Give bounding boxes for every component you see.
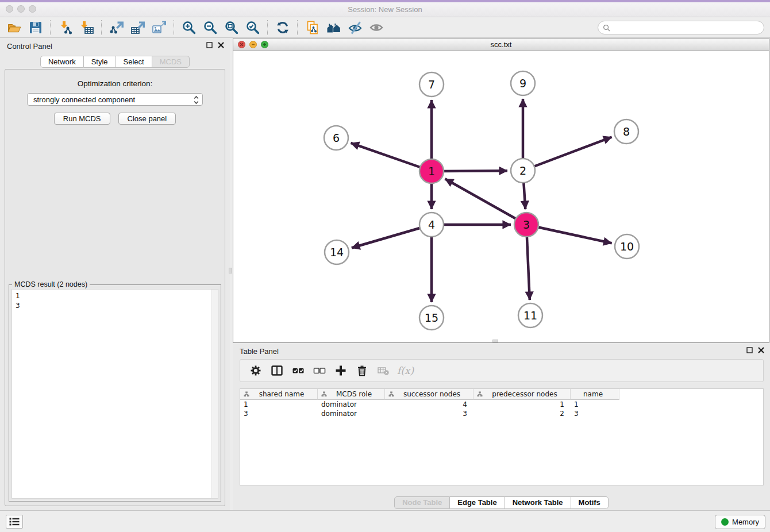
export-network-button[interactable] xyxy=(106,18,127,37)
memory-button[interactable]: Memory xyxy=(715,515,765,529)
graph-node-1[interactable]: 1 xyxy=(419,159,444,183)
graph-node-9[interactable]: 9 xyxy=(511,71,535,95)
column-header-successor-nodes[interactable]: successor nodes xyxy=(385,389,473,400)
graph-node-11[interactable]: 11 xyxy=(518,303,542,327)
window-title: Session: New Session xyxy=(0,2,770,17)
graph-node-6[interactable]: 6 xyxy=(324,126,348,150)
tab-select[interactable]: Select xyxy=(116,56,152,68)
home-networks-button[interactable] xyxy=(323,18,344,37)
unchecked-boxes-icon xyxy=(313,364,326,377)
graph-node-15[interactable]: 15 xyxy=(419,306,444,330)
svg-text:2: 2 xyxy=(519,164,526,177)
result-scrollbar[interactable] xyxy=(211,290,218,498)
run-mcds-button[interactable]: Run MCDS xyxy=(54,113,110,125)
zoom-out-icon xyxy=(203,20,218,35)
table-row[interactable]: 3dominator323 xyxy=(240,409,763,418)
float-panel-icon[interactable] xyxy=(206,42,213,48)
column-header-MCDS-role[interactable]: MCDS role xyxy=(318,389,385,400)
export-table-icon xyxy=(130,20,145,35)
toolbar-separator xyxy=(50,20,51,35)
tab-network-table[interactable]: Network Table xyxy=(505,496,571,509)
save-session-button[interactable] xyxy=(25,18,46,37)
export-image-button[interactable] xyxy=(148,18,170,37)
table-header-row: shared nameMCDS rolesuccessor nodesprede… xyxy=(240,389,763,400)
table-toolbar: f(x) xyxy=(240,359,764,382)
create-column-button[interactable] xyxy=(331,362,350,379)
unselect-all-columns-button[interactable] xyxy=(310,362,329,379)
open-session-button[interactable] xyxy=(3,18,25,37)
toolbar-separator xyxy=(101,20,102,35)
zoom-fit-button[interactable] xyxy=(221,18,242,37)
table-cell: dominator xyxy=(318,409,385,418)
graph-edge-3-1[interactable] xyxy=(445,179,527,225)
optimization-criterion-select[interactable]: strongly connected component xyxy=(27,93,203,106)
column-header-shared-name[interactable]: shared name xyxy=(240,389,318,400)
graph-edge-3-10[interactable] xyxy=(526,225,612,243)
open-folder-icon xyxy=(7,20,22,35)
table-panel-tabs: Node Table Edge Table Network Table Moti… xyxy=(233,496,770,509)
table-row[interactable]: 1dominator411 xyxy=(240,400,763,409)
trash-icon xyxy=(356,364,368,377)
tab-motifs[interactable]: Motifs xyxy=(571,496,609,509)
table-panel-title: Table Panel xyxy=(240,347,279,356)
graph-node-8[interactable]: 8 xyxy=(614,119,638,144)
refresh-button[interactable] xyxy=(272,18,293,37)
import-table-button[interactable] xyxy=(76,18,97,37)
select-all-columns-button[interactable] xyxy=(288,362,307,379)
tab-edge-table[interactable]: Edge Table xyxy=(450,496,505,509)
delete-column-button[interactable] xyxy=(352,362,371,379)
close-panel-icon[interactable] xyxy=(758,347,764,353)
graph-node-7[interactable]: 7 xyxy=(419,72,444,97)
mcds-result-group: MCDS result (2 nodes) 13 xyxy=(9,284,221,502)
tab-style[interactable]: Style xyxy=(84,56,116,68)
show-eye-button[interactable] xyxy=(365,18,387,37)
tab-network[interactable]: Network xyxy=(40,56,84,68)
graph-edge-2-8[interactable] xyxy=(523,137,612,171)
mcds-result-title: MCDS result (2 nodes) xyxy=(12,280,90,288)
search-field[interactable] xyxy=(598,21,764,34)
import-network-button[interactable] xyxy=(55,18,76,37)
graph-node-10[interactable]: 10 xyxy=(615,234,639,259)
optimization-criterion-label: Optimization criterion: xyxy=(5,79,225,88)
show-column-panel-button[interactable] xyxy=(267,362,286,379)
horizontal-splitter-grip[interactable] xyxy=(492,340,498,342)
column-header-name[interactable]: name xyxy=(571,389,619,400)
zoom-fit-icon xyxy=(224,20,239,35)
tab-mcds[interactable]: MCDS xyxy=(152,56,190,68)
graph-node-2[interactable]: 2 xyxy=(511,159,535,183)
delete-table-icon xyxy=(377,364,390,377)
table-body: 1dominator4113dominator323 xyxy=(240,400,763,418)
table-cell: 1 xyxy=(571,400,619,409)
table-cell: dominator xyxy=(318,400,385,409)
vertical-splitter-grip[interactable] xyxy=(229,268,232,273)
tab-node-table[interactable]: Node Table xyxy=(394,496,450,509)
toolbar-separator xyxy=(174,20,174,35)
table-cell: 3 xyxy=(571,409,619,418)
import-table-icon xyxy=(79,20,94,35)
close-panel-icon[interactable] xyxy=(218,42,224,48)
export-table-button[interactable] xyxy=(127,18,148,37)
refresh-icon xyxy=(275,20,290,35)
graph-edge-1-6[interactable] xyxy=(351,143,432,171)
column-header-predecessor-nodes[interactable]: predecessor nodes xyxy=(473,389,571,400)
zoom-in-button[interactable] xyxy=(178,18,199,37)
graph-node-3[interactable]: 3 xyxy=(514,213,538,237)
table-settings-button[interactable] xyxy=(246,362,265,379)
table-cell: 1 xyxy=(240,400,318,409)
mcds-result-list[interactable]: 13 xyxy=(11,289,218,499)
graph-node-4[interactable]: 4 xyxy=(419,213,444,237)
zoom-out-button[interactable] xyxy=(199,18,221,37)
float-panel-icon[interactable] xyxy=(746,347,753,353)
task-history-button[interactable] xyxy=(6,515,23,529)
zoom-selected-button[interactable] xyxy=(242,18,263,37)
table-cell: 3 xyxy=(240,409,318,418)
mcds-result-item: 3 xyxy=(16,301,218,311)
graph-node-14[interactable]: 14 xyxy=(325,240,349,264)
svg-text:9: 9 xyxy=(519,77,526,90)
clone-network-button[interactable] xyxy=(302,18,323,37)
network-view-window: scc.txt 7968124314101511 xyxy=(233,38,769,343)
search-input[interactable] xyxy=(613,24,759,32)
close-panel-button[interactable]: Close panel xyxy=(118,113,176,125)
network-canvas[interactable]: 7968124314101511 xyxy=(233,51,769,342)
hide-glasses-button[interactable] xyxy=(344,18,365,37)
